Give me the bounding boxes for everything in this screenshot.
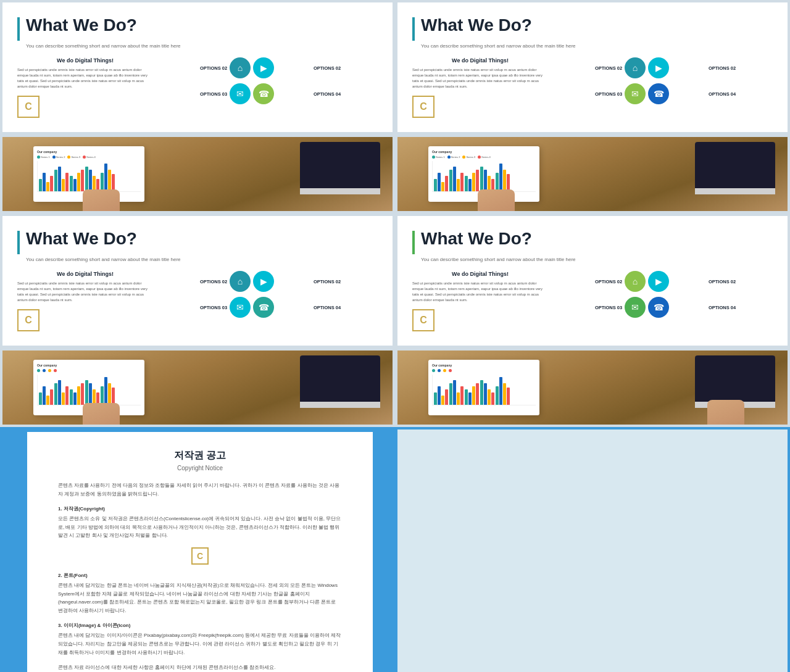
copyright-logo-box: C xyxy=(191,547,209,565)
legend-dot-3-1 xyxy=(37,369,40,372)
slide-4-content: We do Digital Things! Sed ut perspiciati… xyxy=(412,271,773,331)
slide-1-title: What We Do? xyxy=(26,16,137,35)
slide-2-icon-chat: ✉ xyxy=(625,83,646,104)
slide-1-icon-video: ▶ xyxy=(253,57,274,78)
slide-1-icon-phone: ☎ xyxy=(253,83,274,104)
slide-2-opt4-label: OPTIONS 04 xyxy=(709,91,773,97)
photo-bg-3: Our company xyxy=(2,351,393,425)
slide-3-opt4-label: OPTIONS 04 xyxy=(314,305,378,310)
slide-3-icon-home: ⌂ xyxy=(230,271,251,292)
slide-1-content: We do Digital Things! Sed ut perspiciati… xyxy=(17,57,378,118)
copyright-empty-right xyxy=(397,429,788,672)
chart-title-3: Our company xyxy=(37,363,141,367)
slide-2-top: What We Do? You can describe something s… xyxy=(397,2,788,132)
slide-4-subtitle: You can describe something short and nar… xyxy=(421,257,773,262)
legend-dot-4 xyxy=(83,156,86,159)
slide-1-icon-chat: ✉ xyxy=(230,83,251,104)
laptop-2 xyxy=(695,142,775,194)
slide-1-icons-row2: ✉ ☎ xyxy=(230,83,311,104)
slide-1-options-grid: OPTIONS 02 ⌂ ▶ OPTIONS 02 OPTIONS 03 ✉ ☎… xyxy=(163,57,378,104)
slide-3-text-block: We do Digital Things! Sed ut perspiciati… xyxy=(17,271,153,331)
slide-1-logo: C xyxy=(17,96,40,118)
slide-2-logo: C xyxy=(412,96,434,118)
photo-slide-4: Our company xyxy=(397,351,788,425)
slide-4-text-block: We do Digital Things! Sed ut perspiciati… xyxy=(412,271,548,331)
copyright-intro: 콘텐츠 자료를 사용하기 전에 다음의 정보와 조항들을 자세히 읽어 주시기 … xyxy=(58,481,342,498)
legend-dot-3-3 xyxy=(48,369,51,372)
slide-3-icon-chat: ✉ xyxy=(230,297,251,318)
slide-4-icon-video: ▶ xyxy=(648,271,669,292)
hand-1 xyxy=(83,189,120,211)
slide-1-subtitle: You can describe something short and nar… xyxy=(26,43,378,49)
copyright-section: 저작권 공고 Copyright Notice 콘텐츠 자료를 사용하기 전에 … xyxy=(0,427,790,672)
laptop-screen-2 xyxy=(695,142,775,188)
chart-title-2: Our company xyxy=(432,150,536,154)
legend-dot-2-2 xyxy=(447,156,451,159)
slide-1-body: Sed ut perspiciatis unde omnis iste natu… xyxy=(17,67,153,89)
slide-2-icons-row1: ⌂ ▶ xyxy=(625,57,706,78)
laptop-screen-1 xyxy=(300,142,380,188)
copyright-section-2-body: 콘텐츠 내에 담겨있는 한글 폰트는 네이버 나눔글꼴의 지식재산권(저작권)으… xyxy=(58,581,342,615)
slide-2-logo-letter: C xyxy=(420,101,427,112)
legend-item-1: Series 1 xyxy=(37,156,50,159)
legend-dot-3-2 xyxy=(43,369,46,372)
slide-3-title: What We Do? xyxy=(26,230,137,249)
slide-4-opt4-label: OPTIONS 04 xyxy=(709,305,773,310)
slide-4-options-grid: OPTIONS 02 ⌂ ▶ OPTIONS 02 OPTIONS 03 ✉ ☎… xyxy=(558,271,773,318)
legend-dot-2-1 xyxy=(432,156,435,159)
main-grid: What We Do? You can describe something s… xyxy=(0,0,790,672)
legend-dot-3-4 xyxy=(54,369,57,372)
copyright-doc-wrapper: 저작권 공고 Copyright Notice 콘텐츠 자료를 사용하기 전에 … xyxy=(2,429,397,672)
copyright-layout: 저작권 공고 Copyright Notice 콘텐츠 자료를 사용하기 전에 … xyxy=(2,429,788,672)
slide-3-subtitle: You can describe something short and nar… xyxy=(26,257,378,262)
legend-dot-3 xyxy=(67,156,70,159)
slide-3-title-row: What We Do? xyxy=(17,230,378,254)
legend-item-2-4: Series 4 xyxy=(478,156,491,159)
legend-dot-4-1 xyxy=(432,369,435,372)
slide-2-opt1-label: OPTIONS 02 xyxy=(558,65,622,71)
slide-3-logo-letter: C xyxy=(25,315,32,326)
slide-2-icon-phone: ☎ xyxy=(648,83,669,104)
legend-dot-2-3 xyxy=(462,156,465,159)
slide-4-icon-home: ⌂ xyxy=(625,271,646,292)
slide-2-opt2-label: OPTIONS 02 xyxy=(709,65,773,71)
slide-2-icon-video: ▶ xyxy=(648,57,669,78)
slide-1-text-block: We do Digital Things! Sed ut perspiciati… xyxy=(17,57,153,118)
slide-3-content: We do Digital Things! Sed ut perspiciati… xyxy=(17,271,378,331)
legend-item-3: Series 3 xyxy=(67,156,80,159)
legend-item-2-1: Series 1 xyxy=(432,156,445,159)
copyright-logo: C xyxy=(58,547,342,565)
slide-2-icons-row2: ✉ ☎ xyxy=(625,83,706,104)
photo-slide-3: Our company xyxy=(2,351,393,425)
legend-dot-4-2 xyxy=(438,369,441,372)
photo-bg-2: Our company Series 1 Series 2 Series 3 S… xyxy=(397,137,788,211)
copyright-section-1-body: 모든 콘텐츠의 소유 및 저작권은 콘텐츠라이선스(Contentslicens… xyxy=(58,515,342,540)
legend-item-3-2 xyxy=(43,369,46,372)
legend-item-4-2 xyxy=(438,369,441,372)
slide-1-icons-row1: ⌂ ▶ xyxy=(230,57,311,78)
slide-4-top: What We Do? You can describe something s… xyxy=(397,216,788,346)
slide-1-content-title: We do Digital Things! xyxy=(17,57,153,64)
legend-item-3-1 xyxy=(37,369,40,372)
hand-4 xyxy=(707,400,744,425)
copyright-footer: 콘텐츠 자료 라이선스에 대한 자세한 사항은 홈페이지 하단에 기재된 콘텐츠… xyxy=(58,664,342,672)
slide-2-body: Sed ut perspiciatis unde omnis iste natu… xyxy=(412,67,548,89)
laptop-screen-4 xyxy=(695,355,775,402)
photo-slide-2: Our company Series 1 Series 2 Series 3 S… xyxy=(397,137,788,211)
slide-4-title-row: What We Do? xyxy=(412,230,773,254)
hand-3 xyxy=(83,403,120,425)
slide-3-opt3-label: OPTIONS 03 xyxy=(163,305,227,310)
slide-3-icon-phone: ☎ xyxy=(253,297,274,318)
slide-4-opt2-label: OPTIONS 02 xyxy=(709,279,773,284)
slide-1-opt1-label: OPTIONS 02 xyxy=(163,65,227,71)
chart-legend-3 xyxy=(37,369,141,372)
legend-item-3-3 xyxy=(48,369,51,372)
slide-2-title: What We Do? xyxy=(421,16,532,35)
slide-4-body: Sed ut perspiciatis unde omnis iste natu… xyxy=(412,281,548,303)
slide-3-top: What We Do? You can describe something s… xyxy=(2,216,393,346)
slide-1-title-row: What We Do? xyxy=(17,16,378,41)
slide-4-opt3-label: OPTIONS 03 xyxy=(558,305,622,310)
slide-4-logo-letter: C xyxy=(420,315,427,326)
slide-3-accent-bar xyxy=(17,231,20,254)
slide-3-opt1-label: OPTIONS 02 xyxy=(163,279,227,284)
